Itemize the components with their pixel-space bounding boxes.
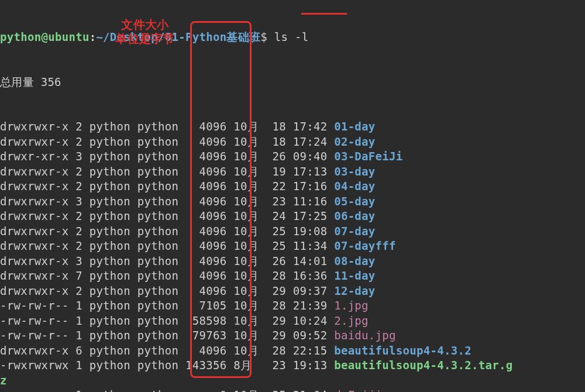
- day: 28: [272, 344, 285, 357]
- group: python: [137, 284, 178, 297]
- time: 09:52: [293, 329, 328, 342]
- file-name: 11-day: [334, 269, 375, 282]
- listing-row: drwxrwxr-x 2 python python 4096 10月 19 1…: [0, 164, 585, 180]
- permissions: drwxrwxr-x: [0, 284, 68, 297]
- file-name: 2.jpg: [334, 314, 369, 327]
- permissions: drwxrwxr-x: [0, 180, 68, 192]
- day: 23: [272, 195, 285, 208]
- owner: python: [90, 299, 130, 312]
- month: 10月: [233, 120, 259, 133]
- time: 17:13: [293, 165, 328, 178]
- file-name: 1.jpg: [334, 299, 369, 312]
- day: 18: [272, 120, 285, 133]
- link-count: 1: [75, 314, 82, 327]
- file-name: 06-day: [334, 209, 375, 222]
- day: 28: [272, 299, 285, 312]
- file-name: 03-day: [334, 165, 375, 178]
- file-name: beautifulsoup4-4.3.2: [334, 344, 472, 357]
- permissions: drwxrwxr-x: [0, 269, 68, 282]
- month: 10月: [233, 209, 259, 222]
- owner: python: [90, 165, 130, 178]
- month: 10月: [233, 329, 259, 342]
- listing-row: drwxr-xr-x 3 python python 4096 10月 26 0…: [0, 149, 585, 164]
- file-name: 05-day: [334, 195, 375, 208]
- time: 17:24: [293, 135, 328, 148]
- link-count: 6: [75, 344, 82, 357]
- command-text: ls -l: [274, 30, 309, 43]
- listing-row: -rw-rw-r-- 1 python python 7105 10月 28 2…: [0, 298, 585, 314]
- link-count: 2: [75, 284, 82, 297]
- owner: python: [90, 239, 130, 252]
- month: 10月: [233, 314, 259, 327]
- listing-row: drwxrwxr-x 2 python python 4096 10月 24 1…: [0, 209, 585, 224]
- prompt-user: python: [0, 30, 41, 43]
- prompt-line[interactable]: python@ubuntu:~/Desktop/01-Python基础班$ ls…: [0, 30, 585, 45]
- link-count: 3: [75, 255, 82, 267]
- time: 17:25: [293, 209, 328, 222]
- size: 4096: [185, 255, 226, 267]
- owner: python: [90, 180, 130, 192]
- total-label: 总用量 356: [0, 75, 61, 88]
- listing-row: drwxrwxr-x 2 python python 4096 10月 25 1…: [0, 239, 585, 254]
- prompt-host: ubuntu: [48, 30, 89, 43]
- size: 7105: [185, 299, 226, 312]
- group: python: [137, 314, 178, 327]
- listing-row: -rw-rw-r-- 1 python python 79763 10月 29 …: [0, 328, 585, 343]
- month: 10月: [233, 195, 259, 208]
- owner: python: [90, 388, 130, 392]
- size: 4096: [185, 344, 226, 357]
- permissions: drwxrwxr-x: [0, 255, 68, 267]
- permissions: drwxrwxr-x: [0, 225, 68, 238]
- day: 19: [272, 165, 285, 178]
- listing-row: drwxrwxr-x 2 python python 4096 10月 18 1…: [0, 135, 585, 150]
- group: python: [137, 344, 178, 357]
- group: python: [137, 299, 178, 312]
- owner: python: [90, 195, 130, 208]
- permissions: drwxrwxr-x: [0, 239, 68, 252]
- day: 29: [272, 284, 285, 297]
- time: 09:40: [293, 150, 328, 163]
- size: 4096: [185, 150, 226, 163]
- group: python: [137, 135, 178, 148]
- group: python: [137, 359, 178, 372]
- file-name: 07-dayfff: [334, 239, 396, 252]
- group: python: [137, 329, 178, 342]
- month: 10月: [233, 135, 259, 148]
- prompt-dollar: $: [260, 30, 267, 43]
- time: 21:39: [293, 299, 328, 312]
- link-count: 2: [75, 209, 82, 222]
- owner: python: [90, 359, 130, 372]
- file-name: baidu.jpg: [334, 329, 396, 342]
- owner: python: [90, 150, 130, 163]
- time: 17:16: [293, 180, 328, 192]
- size: 4096: [185, 165, 226, 178]
- permissions: -rw-rw-r--: [0, 329, 68, 342]
- time: 14:01: [293, 255, 328, 267]
- owner: python: [90, 225, 130, 238]
- listing-row: drwxrwxr-x 2 python python 4096 10月 25 1…: [0, 224, 585, 239]
- link-count: 3: [75, 195, 82, 208]
- listing-row: -rw-rw-r-- 1 python python 58598 10月 29 …: [0, 314, 585, 329]
- permissions: -rw-rw-r--: [0, 314, 68, 327]
- listing-row: drwxrwxr-x 3 python python 4096 10月 23 1…: [0, 194, 585, 209]
- file-name: 03-DaFeiJi: [334, 150, 402, 163]
- day: 18: [272, 135, 285, 148]
- file-name: 02-day: [334, 135, 375, 148]
- file-name: 01-day: [334, 120, 375, 133]
- link-count: 2: [75, 180, 82, 192]
- file-name: 04-day: [334, 180, 375, 192]
- month: 10月: [233, 225, 259, 238]
- owner: python: [90, 255, 130, 267]
- time: 19:08: [293, 225, 328, 238]
- size: 4096: [185, 195, 226, 208]
- day: 26: [272, 255, 285, 267]
- size: 4096: [185, 135, 226, 148]
- owner: python: [90, 329, 130, 342]
- month: 8月: [233, 359, 259, 372]
- size: 4096: [185, 284, 226, 297]
- month: 10月: [233, 239, 259, 252]
- day: 25: [272, 239, 285, 252]
- day: 28: [272, 269, 285, 282]
- file-name: daFeiji.py: [334, 388, 402, 392]
- group: python: [137, 239, 178, 252]
